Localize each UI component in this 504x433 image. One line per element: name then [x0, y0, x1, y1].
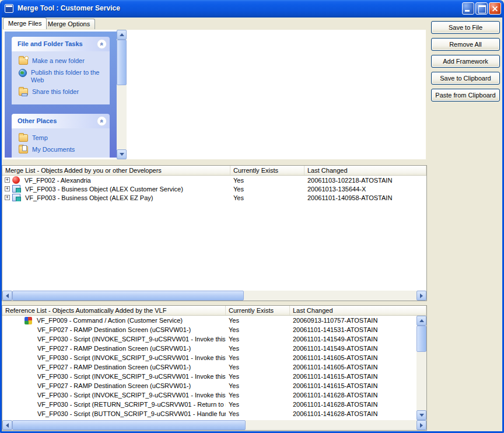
close-button[interactable] [489, 2, 501, 15]
reference-list-row[interactable]: VF_FP009 - Command / Action (Customer Se… [2, 316, 416, 325]
row-last-changed: 20061013-135644-X [304, 186, 426, 193]
reference-list-row[interactable]: VF_FP030 - Script (INVOKE_SCRIPT_9-uCSRV… [2, 390, 416, 400]
titlebar[interactable]: Merge Tool : Customer Service [0, 0, 504, 18]
object-type-icon [12, 194, 20, 201]
column-header-changed[interactable]: Last Changed [304, 166, 426, 175]
row-currently-exists: Yes [226, 317, 290, 324]
reference-list-row[interactable]: VF_FP030 - Script (BUTTON_SCRIPT_9-uCSRV… [2, 409, 416, 418]
scroll-left-button[interactable] [2, 291, 12, 301]
row-last-changed: 20061101-141549-ATOSTAIN [290, 336, 416, 343]
scroll-up-button[interactable] [117, 30, 127, 40]
row-name: VF_FP027 - RAMP Destination Screen (uCSR… [37, 345, 191, 352]
section-title: File and Folder Tasks [18, 40, 83, 47]
paste-from-clipboard-button[interactable]: Paste from Clipboard [431, 89, 500, 102]
section-body: Temp My Documents My Computer [12, 128, 110, 158]
scroll-thumb[interactable] [416, 326, 426, 352]
scroll-right-button[interactable] [416, 420, 426, 430]
task-link[interactable]: Make a new folder [19, 57, 107, 65]
window-icon[interactable] [5, 4, 13, 13]
row-last-changed: 20061101-140958-ATOSTAIN [304, 194, 426, 201]
row-name: VF_FP030 - Script (INVOKE_SCRIPT_9-uCSRV… [37, 336, 226, 343]
row-currently-exists: Yes [230, 186, 304, 193]
reference-list-row[interactable]: VF_FP030 - Script (INVOKE_SCRIPT_9-uCSRV… [2, 372, 416, 381]
scroll-left-button[interactable] [2, 420, 12, 430]
section-header[interactable]: Other Places [12, 114, 110, 128]
reference-list-row[interactable]: VF_FP030 - Script (RETURN_SCRIPT_9-uCSRV… [2, 400, 416, 409]
expand-plus-icon[interactable]: + [5, 186, 10, 191]
reference-list-hscrollbar[interactable] [2, 420, 426, 430]
column-header-name[interactable]: Reference List - Objects Automatically A… [2, 306, 226, 315]
save-to-file-button[interactable]: Save to File [431, 21, 500, 34]
row-name: VF_FP027 - RAMP Destination Screen (uCSR… [37, 364, 191, 371]
merge-list-header: Merge List - Objects Added by you or oth… [2, 166, 426, 176]
collapse-chevron-icon[interactable] [97, 116, 107, 126]
row-last-changed: 20061101-141615-ATOSTAIN [290, 373, 416, 380]
expand-plus-icon[interactable]: + [5, 195, 10, 200]
reference-list-row[interactable]: VF_FP030 - Script (INVOKE_SCRIPT_9-uCSRV… [2, 353, 416, 362]
row-name-cell: VF_FP027 - RAMP Destination Screen (uCSR… [2, 382, 226, 390]
place-link[interactable]: Temp [19, 134, 107, 142]
arrow-up-icon [120, 33, 124, 36]
scroll-thumb[interactable] [12, 291, 244, 301]
row-name: VF_FP030 - Script (INVOKE_SCRIPT_9-uCSRV… [37, 392, 226, 399]
reference-list-row[interactable]: VF_FP030 - Script (INVOKE_SCRIPT_9-uCSRV… [2, 334, 416, 344]
row-name-cell: VF_FP030 - Script (INVOKE_SCRIPT_9-uCSRV… [2, 373, 226, 380]
column-header-name[interactable]: Merge List - Objects Added by you or oth… [2, 166, 230, 175]
row-name-cell: VF_FP030 - Script (RETURN_SCRIPT_9-uCSRV… [2, 401, 226, 408]
row-name-cell: + VF_FP002 - Alexandria [2, 176, 230, 184]
place-link-label: Temp [32, 134, 48, 142]
row-name: VF_FP027 - RAMP Destination Screen (uCSR… [37, 382, 191, 389]
row-name-cell: VF_FP030 - Script (INVOKE_SCRIPT_9-uCSRV… [2, 336, 226, 343]
remove-all-button[interactable]: Remove All [431, 38, 500, 51]
scroll-thumb[interactable] [12, 420, 246, 430]
row-name-cell: VF_FP027 - RAMP Destination Screen (uCSR… [2, 326, 226, 334]
collapse-chevron-icon[interactable] [97, 39, 107, 49]
reference-list-rows: VF_FP009 - Command / Action (Customer Se… [2, 316, 416, 420]
merge-list-row[interactable]: + VF_FP003 - Business Object (ALEX Custo… [2, 184, 426, 193]
row-currently-exists: Yes [226, 410, 290, 417]
tab-merge-files[interactable]: Merge Files [3, 18, 47, 29]
object-type-icon [24, 317, 32, 324]
top-pane: File and Folder Tasks Make a new folder … [3, 30, 426, 159]
reference-list-row[interactable]: VF_FP027 - RAMP Destination Screen (uCSR… [2, 344, 416, 353]
row-name: VF_FP009 - Command / Action (Customer Se… [37, 317, 183, 324]
scroll-thumb[interactable] [117, 40, 127, 85]
column-header-changed[interactable]: Last Changed [290, 306, 426, 315]
task-link-label: Make a new folder [32, 57, 85, 65]
window-title: Merge Tool : Customer Service [18, 4, 120, 12]
reference-list-row[interactable]: VF_FP027 - RAMP Destination Screen (uCSR… [2, 362, 416, 372]
task-link-label: Share this folder [32, 88, 79, 96]
arrow-down-icon [120, 153, 124, 156]
object-type-icon [12, 176, 20, 184]
merge-list-hscrollbar[interactable] [2, 291, 426, 301]
scroll-down-button[interactable] [117, 149, 127, 159]
reference-list-row[interactable]: VF_FP027 - RAMP Destination Screen (uCSR… [2, 381, 416, 390]
row-currently-exists: Yes [226, 345, 290, 352]
reference-list-row[interactable]: VF_FP027 - RAMP Destination Screen (uCSR… [2, 325, 416, 334]
expand-plus-icon[interactable]: + [5, 177, 10, 183]
column-header-exists[interactable]: Currently Exists [230, 166, 304, 175]
minimize-button[interactable] [462, 2, 474, 15]
column-header-exists[interactable]: Currently Exists [226, 306, 290, 315]
row-currently-exists: Yes [230, 177, 304, 184]
save-to-clipboard-button[interactable]: Save to Clipboard [431, 72, 500, 85]
row-name: VF_FP030 - Script (INVOKE_SCRIPT_9-uCSRV… [37, 354, 226, 361]
row-name: VF_FP030 - Script (BUTTON_SCRIPT_9-uCSRV… [37, 410, 226, 417]
maximize-button[interactable] [475, 2, 488, 15]
reference-list-vscrollbar[interactable] [416, 316, 426, 420]
add-framework-button[interactable]: Add Framework [431, 55, 500, 68]
task-link[interactable]: Share this folder [19, 88, 107, 96]
row-name-cell: VF_FP030 - Script (INVOKE_SCRIPT_9-uCSRV… [2, 354, 226, 362]
scroll-up-button[interactable] [416, 316, 426, 326]
row-name-cell: VF_FP030 - Script (INVOKE_SCRIPT_9-uCSRV… [2, 392, 226, 399]
task-panel-scrollbar[interactable] [117, 30, 127, 159]
row-name: VF_FP003 - Business Object (ALEX Custome… [25, 186, 183, 193]
merge-list-row[interactable]: + VF_FP003 - Business Object (ALEX EZ Pa… [2, 193, 426, 202]
place-link[interactable]: My Documents [19, 146, 107, 153]
section-header[interactable]: File and Folder Tasks [12, 37, 110, 51]
merge-list-row[interactable]: + VF_FP002 - Alexandria Yes 20061103-102… [2, 176, 426, 184]
tab-merge-options[interactable]: Merge Options [43, 19, 95, 29]
task-link[interactable]: Publish this folder to the Web [19, 69, 107, 84]
scroll-right-button[interactable] [416, 291, 426, 301]
scroll-down-button[interactable] [416, 410, 426, 420]
